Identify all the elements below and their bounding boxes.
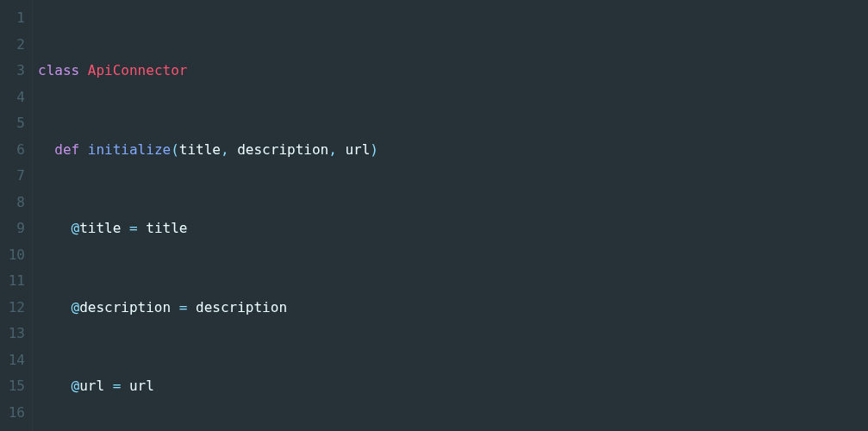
code-line[interactable]: class ApiConnector	[38, 58, 868, 84]
at-sign: @	[72, 299, 80, 315]
keyword-def: def	[54, 141, 79, 158]
code-editor[interactable]: 1 2 3 4 5 6 7 8 9 10 11 12 13 14 15 16 c…	[0, 0, 868, 431]
line-number: 7	[5, 163, 25, 190]
equals: =	[104, 378, 129, 394]
line-gutter: 1 2 3 4 5 6 7 8 9 10 11 12 13 14 15 16	[0, 0, 33, 431]
code-line[interactable]: @description = description	[38, 295, 868, 322]
line-number: 10	[5, 242, 25, 269]
equals: =	[121, 220, 146, 236]
at-sign: @	[72, 220, 80, 236]
param: title	[179, 141, 221, 158]
ivar: description	[79, 299, 171, 315]
var: description	[196, 299, 287, 315]
line-number: 9	[5, 216, 25, 242]
comma: ,	[221, 141, 237, 158]
space	[79, 62, 88, 78]
line-number: 3	[5, 58, 25, 84]
code-line[interactable]: @title = title	[38, 216, 868, 242]
paren-open: (	[171, 141, 179, 158]
ivar: url	[79, 378, 104, 394]
line-number: 14	[5, 347, 25, 374]
ivar: title	[79, 220, 121, 236]
var: title	[146, 220, 187, 236]
line-number: 15	[5, 373, 25, 400]
var: url	[129, 378, 154, 394]
param: url	[345, 141, 370, 158]
line-number: 13	[5, 321, 25, 347]
code-line[interactable]: def initialize(title, description, url)	[38, 137, 868, 164]
class-name: ApiConnector	[88, 62, 188, 78]
paren-close: )	[370, 141, 378, 158]
param: description	[237, 141, 328, 158]
comma: ,	[328, 141, 345, 158]
line-number: 11	[5, 268, 25, 295]
line-number: 16	[5, 400, 25, 427]
equals: =	[171, 299, 196, 315]
code-line[interactable]: @url = url	[38, 373, 868, 400]
line-number: 2	[5, 32, 25, 59]
indent	[38, 378, 72, 394]
line-number: 1	[5, 5, 25, 32]
method-name: initialize	[88, 141, 171, 158]
line-number: 4	[5, 84, 25, 111]
indent	[38, 141, 54, 158]
line-number: 6	[5, 137, 25, 164]
space	[79, 141, 88, 158]
at-sign: @	[72, 378, 80, 394]
indent	[38, 299, 72, 315]
indent	[38, 220, 72, 236]
line-number: 12	[5, 295, 25, 322]
line-number: 8	[5, 190, 25, 216]
line-number: 5	[5, 110, 25, 137]
code-area[interactable]: class ApiConnector def initialize(title,…	[33, 0, 868, 431]
keyword-class: class	[38, 62, 79, 78]
